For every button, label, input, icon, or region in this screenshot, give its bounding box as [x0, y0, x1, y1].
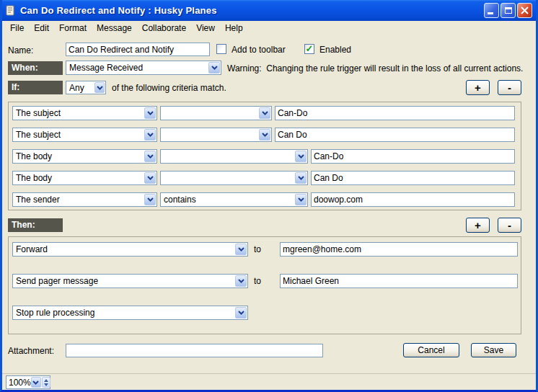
menu-edit[interactable]: Edit — [29, 22, 54, 34]
if-label: If: — [8, 81, 63, 94]
close-icon — [521, 6, 529, 14]
remove-criteria-button[interactable]: - — [498, 80, 521, 95]
enabled-checkbox[interactable]: ✓ — [304, 44, 314, 54]
rule-editor-window: Can Do Redirect and Notify : Husky Plane… — [0, 0, 538, 392]
criteria-field-dropdown[interactable]: The body — [12, 171, 157, 185]
chevron-down-icon — [94, 82, 105, 93]
chevron-down-icon — [144, 151, 156, 162]
attachment-input[interactable] — [66, 344, 323, 357]
match-type-dropdown[interactable]: Any — [66, 81, 106, 94]
zoom-spinner[interactable] — [42, 377, 50, 388]
action-type-value: Send pager message — [13, 276, 234, 286]
when-trigger-value: Message Received — [66, 63, 208, 73]
criteria-operator-dropdown[interactable] — [160, 106, 272, 120]
menu-help[interactable]: Help — [220, 22, 248, 34]
chevron-down-icon — [295, 172, 307, 184]
when-label: When: — [8, 61, 63, 75]
zoom-level-dropdown[interactable]: 100% — [6, 375, 50, 389]
criteria-field-value: The body — [13, 151, 144, 161]
attachment-label: Attachment: — [8, 346, 54, 356]
criteria-operator-value: contains — [161, 195, 294, 205]
spin-up-icon — [44, 379, 48, 382]
window-title: Can Do Redirect and Notify : Husky Plane… — [20, 5, 217, 16]
criteria-value-input[interactable] — [311, 192, 515, 207]
action-type-dropdown[interactable]: Stop rule processing — [12, 306, 248, 320]
add-to-toolbar-label: Add to toolbar — [231, 45, 286, 55]
spin-down-icon — [44, 383, 48, 386]
maximize-button[interactable] — [500, 3, 516, 18]
minimize-icon — [488, 12, 493, 14]
criteria-field-value: The body — [13, 173, 144, 183]
menu-format[interactable]: Format — [54, 22, 92, 34]
chevron-down-icon — [144, 107, 156, 119]
criteria-operator-dropdown[interactable] — [160, 128, 272, 142]
add-action-button[interactable]: + — [466, 218, 490, 233]
menu-collaborate[interactable]: Collaborate — [137, 22, 191, 34]
action-target-input[interactable] — [280, 242, 518, 257]
menu-message[interactable]: Message — [92, 22, 137, 34]
chevron-down-icon — [144, 172, 156, 184]
maximize-icon — [505, 7, 512, 14]
criteria-field-dropdown[interactable]: The subject — [12, 128, 157, 142]
enabled-label: Enabled — [319, 45, 351, 55]
chevron-down-icon[interactable] — [31, 377, 41, 388]
chevron-down-icon — [208, 62, 220, 74]
when-trigger-dropdown[interactable]: Message Received — [66, 61, 221, 75]
name-label: Name: — [8, 45, 33, 55]
remove-action-button[interactable]: - — [498, 218, 521, 233]
check-icon: ✓ — [306, 44, 314, 53]
minimize-button[interactable] — [484, 3, 499, 18]
action-target-input[interactable] — [280, 274, 518, 288]
title-bar: Can Do Redirect and Notify : Husky Plane… — [0, 0, 538, 21]
chevron-down-icon — [295, 194, 307, 205]
criteria-match-suffix: of the following criteria match. — [112, 83, 226, 93]
criteria-operator-dropdown[interactable] — [160, 171, 308, 185]
criteria-field-value: The subject — [13, 130, 144, 140]
chevron-down-icon — [259, 129, 270, 141]
add-to-toolbar-checkbox[interactable]: ✓ — [216, 44, 226, 54]
action-type-dropdown[interactable]: Send pager message — [12, 274, 248, 288]
criteria-value-input[interactable] — [275, 106, 515, 120]
cancel-button[interactable]: Cancel — [403, 343, 459, 357]
action-type-value: Stop rule processing — [13, 308, 234, 318]
action-type-dropdown[interactable]: Forward — [12, 242, 248, 257]
chevron-down-icon — [144, 194, 156, 205]
add-criteria-button[interactable]: + — [466, 80, 490, 95]
menu-view[interactable]: View — [191, 22, 220, 34]
trigger-warning-text: Warning: Changing the rule trigger will … — [227, 63, 523, 74]
chevron-down-icon — [295, 151, 307, 162]
chevron-down-icon — [235, 244, 247, 255]
menu-bar: File Edit Format Message Collaborate Vie… — [2, 21, 536, 35]
criteria-value-input[interactable] — [275, 128, 515, 142]
menu-file[interactable]: File — [5, 22, 29, 34]
action-connector-label: to — [254, 244, 261, 254]
criteria-field-dropdown[interactable]: The subject — [12, 106, 157, 120]
app-icon — [4, 4, 17, 17]
criteria-field-dropdown[interactable]: The body — [12, 149, 157, 164]
then-label: Then: — [8, 218, 63, 232]
criteria-field-value: The sender — [13, 195, 144, 205]
chevron-down-icon — [235, 275, 247, 287]
criteria-operator-dropdown[interactable] — [160, 149, 308, 164]
criteria-field-value: The subject — [13, 108, 144, 118]
save-button[interactable]: Save — [471, 343, 516, 357]
criteria-operator-dropdown[interactable]: contains — [160, 192, 308, 207]
criteria-value-input[interactable] — [311, 149, 515, 164]
action-type-value: Forward — [13, 244, 234, 254]
close-button[interactable] — [517, 3, 532, 18]
criteria-value-input[interactable] — [311, 171, 515, 185]
match-type-value: Any — [66, 83, 94, 93]
zoom-level-value: 100% — [6, 378, 31, 388]
chevron-down-icon — [235, 307, 247, 318]
action-connector-label: to — [254, 276, 261, 286]
statusbar-divider — [2, 373, 536, 374]
name-input[interactable] — [66, 43, 210, 56]
criteria-field-dropdown[interactable]: The sender — [12, 192, 157, 207]
chevron-down-icon — [259, 107, 270, 119]
chevron-down-icon — [144, 129, 156, 141]
